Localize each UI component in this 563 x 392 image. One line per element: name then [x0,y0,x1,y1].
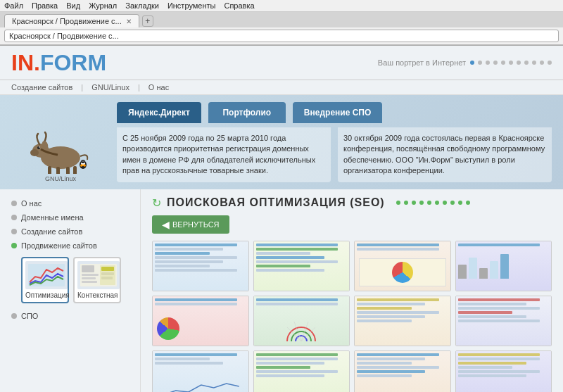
menu-view[interactable]: Вид [66,1,80,10]
menu-bar: Файл Правка Вид Журнал Закладки Инструме… [0,0,563,12]
hero-tab-spo[interactable]: Внедрение СПО [293,102,382,123]
screenshot-thumb-3[interactable] [354,241,451,291]
site-nav: Создание сайтов | GNU/Linux | О нас [0,80,563,95]
thumb-row [458,311,513,314]
sidebar-card-optimization[interactable]: Оптимизация [21,257,69,303]
svg-point-4 [39,146,40,148]
screenshot-thumb-5[interactable] [152,296,249,346]
hero-content: Яндекс.Директ Портфолио Внедрение СПО С … [117,102,552,182]
sidebar-item-create-sites[interactable]: Создание сайтов [11,225,129,239]
thumb-row [155,269,237,272]
menu-edit[interactable]: Правка [32,1,58,10]
screenshot-thumb-12[interactable] [455,350,552,392]
menu-help[interactable]: Справка [224,1,254,10]
gnu-animal-illustration [25,128,96,174]
back-arrow-icon: ◀ [162,219,170,230]
sdot-7 [443,201,447,205]
dot-10 [540,61,544,65]
thumb-row [256,256,324,259]
thumb-row [458,307,540,310]
tab-label: Красноярск / Продвижение с... [12,17,122,25]
screenshot-thumb-6[interactable] [253,296,350,346]
thumb-row [256,366,311,369]
thumb-row [155,260,223,263]
website-content: IN.FORM Ваш портрет в Интернет Создание … [0,46,563,392]
site-header: IN.FORM Ваш портрет в Интернет [0,46,563,80]
sidebar-item-spo[interactable]: СПО [11,309,129,323]
svg-point-16 [82,160,82,161]
menu-tools[interactable]: Инструменты [167,1,216,10]
screenshot-thumb-8[interactable] [455,296,552,346]
thumb-row [155,248,223,251]
screenshot-thumb-4[interactable] [455,241,552,291]
sidebar-label-create: Создание сайтов [21,227,82,236]
screenshot-thumb-7[interactable] [354,296,451,346]
optimization-thumb [25,261,68,289]
thumb-row [458,358,540,360]
back-button[interactable]: ◀ ВЕРНУТЬСЯ [152,215,229,234]
sidebar-label-promote: Продвижение сайтов [21,241,97,250]
sdot-6 [435,201,439,205]
gnu-label: GNU/Linux [45,175,76,182]
sidebar-item-promote-sites[interactable]: Продвижение сайтов [11,239,129,253]
sdot-5 [427,201,431,205]
hero-gnu-section: GNU/Linux [11,102,110,182]
thumb-row [155,265,210,267]
svg-rect-22 [82,277,96,279]
hero-tab-yandex-direct[interactable]: Яндекс.Директ [117,102,201,123]
nav-about[interactable]: О нас [148,83,169,91]
thumb-row [357,353,439,356]
thumb-row [357,358,425,360]
thumb-row [357,311,439,314]
sdot-4 [419,201,424,205]
screenshot-thumb-10[interactable] [253,350,350,392]
nav-sep-1: | [81,83,83,91]
contextual-label: Контекстная [77,291,118,299]
dot-2 [478,61,482,65]
header-tagline: Ваш портрет в Интернет [378,58,552,67]
menu-file[interactable]: Файл [4,1,23,10]
sidebar-item-about[interactable]: О нас [11,196,129,210]
thumb-row [458,303,526,305]
sidebar-dot-spo [11,313,17,319]
thumb-row [458,362,526,365]
thumb-row [357,244,439,246]
thumb-row [256,244,339,246]
tab-close-button[interactable]: ✕ [126,18,132,25]
logo-dot: . [34,50,40,75]
thumb-row [357,362,412,365]
sidebar-dot-promote [11,243,17,248]
address-input[interactable] [4,30,559,42]
dot-9 [532,61,536,65]
thumb-row [458,353,540,356]
screenshot-thumb-11[interactable] [354,350,451,392]
new-tab-button[interactable]: + [142,15,153,27]
svg-rect-25 [101,267,114,271]
site-logo[interactable]: IN.FORM [11,51,106,74]
hero-tab-portfolio[interactable]: Портфолио [208,102,286,123]
sidebar-card-contextual[interactable]: Контекстная [73,257,121,303]
screenshot-thumb-1[interactable] [152,241,249,291]
nav-create-sites[interactable]: Создание сайтов [11,83,72,91]
screenshot-thumb-9[interactable] [152,350,249,392]
thumb-row [155,353,237,356]
menu-journal[interactable]: Журнал [89,1,117,10]
nav-gnu-linux[interactable]: GNU/Linux [91,83,129,91]
thumb-row [256,353,339,356]
svg-rect-20 [82,265,94,272]
browser-tab[interactable]: Красноярск / Продвижение с... ✕ [4,14,139,27]
sidebar-item-domains[interactable]: Доменные имена [11,210,129,225]
pie-chart [157,317,179,340]
sidebar-label-domains: Доменные имена [21,213,84,222]
thumb-row [155,256,237,259]
sidebar-label-spo: СПО [21,312,38,320]
screenshot-thumb-2[interactable] [253,241,350,291]
thumb-row [458,298,540,301]
thumb-row [357,303,425,305]
menu-bookmarks[interactable]: Закладки [125,1,159,10]
thumb-row [357,320,412,322]
thumb-row [357,374,412,377]
svg-rect-8 [66,167,70,174]
thumb-row [256,265,311,267]
thumb-row [357,366,439,369]
